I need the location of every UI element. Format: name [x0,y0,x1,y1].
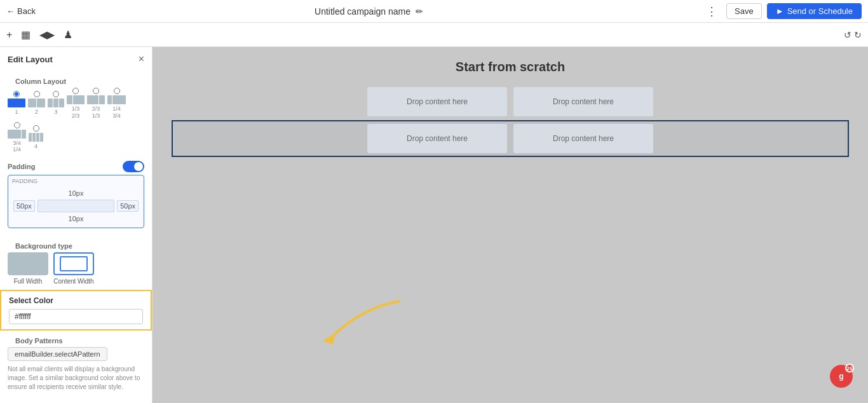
select-color-section: Select Color [0,290,152,331]
padding-right-value: 50px [117,200,139,212]
bg-full-width-label: Full Width [14,278,42,285]
column-layout-section: Column Layout 1 2 3 [0,71,152,158]
layout-radio-4[interactable] [33,125,39,132]
sidebar: Edit Layout × Column Layout 1 2 [0,47,153,403]
layout-option-1-3-2-3[interactable]: 1/32/3 [67,88,85,120]
send-or-schedule-button[interactable]: ► Send or Schedule [767,3,862,19]
avatar-button[interactable]: g 26 [830,365,853,388]
padding-label: Padding [8,163,35,170]
send-icon: ► [776,6,784,16]
layout-option-4[interactable]: 4 [29,125,43,150]
drop-zone-2[interactable]: Drop content here [513,87,653,116]
color-value-input[interactable] [9,309,143,324]
bg-type-section: Background type Full Width Content Width [0,236,152,290]
close-sidebar-button[interactable]: × [139,53,144,65]
sidebar-title: Edit Layout [8,55,53,64]
drop-zone-3[interactable]: Drop content here [367,124,507,153]
layout-option-3[interactable]: 3 [48,91,64,116]
redo-button[interactable]: ↻ [854,30,862,40]
send-label: Send or Schedule [787,6,853,16]
select-pattern-button[interactable]: emailBuilder.selectAPattern [8,347,107,361]
layout-radio-1-3-2-3[interactable] [72,88,79,94]
svg-marker-0 [323,333,336,345]
bg-content-width-box [53,252,94,275]
main-layout: Edit Layout × Column Layout 1 2 [0,47,868,403]
topbar-right: ⋮ Save ► Send or Schedule [702,3,862,19]
layout-options: 1 2 3 1/32/3 [8,88,144,153]
yellow-arrow-annotation [310,295,412,352]
drop-zone-1[interactable]: Drop content here [367,87,507,116]
color-input-row [9,309,143,324]
bg-content-width-option[interactable]: Content Width [53,252,94,285]
padding-row: Padding [8,161,144,172]
back-label: Back [17,6,36,16]
save-button[interactable]: Save [726,3,762,19]
profile-icon[interactable]: ♟ [64,29,72,41]
layers-icon[interactable]: ▦ [21,29,31,41]
back-button[interactable]: ← Back [6,6,36,16]
drop-zone-4[interactable]: Drop content here [513,124,653,153]
layout-radio-2[interactable] [34,91,40,97]
filter-icon[interactable]: ◀▶ [39,29,55,41]
column-layout-label: Column Layout [8,74,144,88]
layout-radio-1[interactable] [13,91,20,97]
edit-icon[interactable]: ✏ [416,6,423,17]
padding-box-label: PADDING [12,178,37,184]
bg-type-label: Background type [8,238,144,252]
layout-option-1[interactable]: 1 [8,91,25,116]
back-arrow-icon: ← [6,6,15,16]
canvas-title: Start from scratch [172,60,849,74]
toolbar-left: + ▦ ◀▶ ♟ [6,29,72,41]
more-button[interactable]: ⋮ [702,4,721,18]
bg-full-width-option[interactable]: Full Width [8,252,48,285]
padding-bottom-value: 10px [13,215,139,222]
layout-option-2-3-1-3[interactable]: 2/31/3 [87,88,105,120]
canvas-content: Start from scratch Drop content here Dro… [153,47,868,170]
notification-badge: 26 [845,364,854,372]
layout-radio-3[interactable] [53,91,59,97]
padding-middle-row: 50px 50px [13,200,139,212]
avatar-initials: g [839,372,843,381]
layout-radio-1-4-3-4[interactable] [114,88,120,94]
padding-left-value: 50px [13,200,35,212]
toolbar-right: ↺ ↻ [844,30,862,40]
bg-content-width-label: Content Width [53,278,93,285]
topbar-center: Untitled campaign name ✏ [315,6,423,17]
body-patterns-section: Body Patterns emailBuilder.selectAPatter… [0,331,152,397]
sidebar-header: Edit Layout × [0,47,152,71]
padding-box: PADDING 10px 50px 50px 10px [8,175,144,228]
topbar-left: ← Back [6,6,36,16]
toolbar-row: + ▦ ◀▶ ♟ ↺ ↻ [0,23,868,47]
layout-option-1-4-3-4[interactable]: 1/43/4 [107,88,126,120]
body-patterns-label: Body Patterns [8,333,144,347]
padding-center-box [37,200,114,212]
bg-options: Full Width Content Width [8,252,144,285]
padding-section: Padding PADDING 10px 50px 50px 10px [0,158,152,236]
layout-radio-3-4-1-4[interactable] [14,122,20,128]
padding-toggle[interactable] [123,161,144,172]
padding-top-value: 10px [13,189,139,197]
undo-button[interactable]: ↺ [844,30,851,40]
select-color-label: Select Color [9,296,143,305]
campaign-name: Untitled campaign name [315,6,410,17]
drop-row-1: Drop content here Drop content here [172,87,849,116]
bg-full-width-box [8,252,48,275]
drop-row-highlighted: Drop content here Drop content here [172,120,849,157]
canvas-area: Start from scratch Drop content here Dro… [153,47,868,403]
layout-radio-2-3-1-3[interactable] [93,88,99,94]
add-icon[interactable]: + [6,29,12,41]
layout-option-2[interactable]: 2 [28,91,45,116]
pattern-note: Not all email clients will display a bac… [8,365,144,392]
topbar: ← Back Untitled campaign name ✏ ⋮ Save ►… [0,0,868,23]
layout-option-3-4-1-4[interactable]: 3/41/4 [8,122,26,154]
